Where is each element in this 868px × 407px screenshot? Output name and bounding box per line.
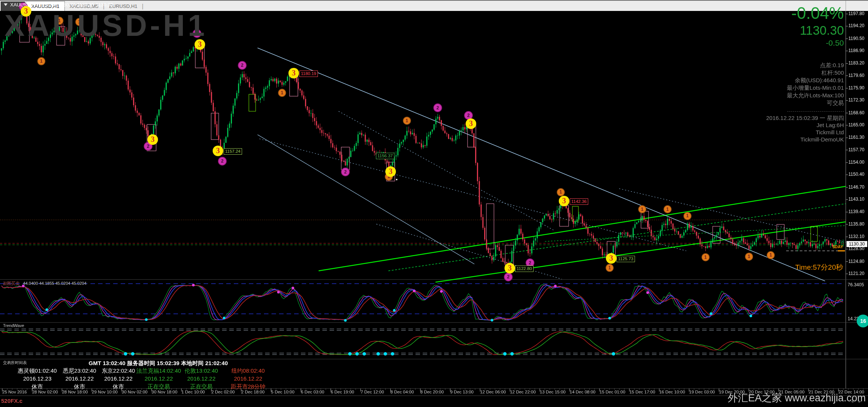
corner-watermark: 520FX.c (1, 398, 23, 404)
time-axis-label: 12 Dec 22:00 (510, 390, 535, 394)
price-axis-label: 1194.20 (848, 23, 865, 28)
time-axis-label: 5 Dec 10:00 (271, 390, 294, 394)
indicator2-label: TrendWave (3, 323, 24, 328)
wave3-marker: 3 (195, 39, 205, 50)
time-axis-label: 19 Dec 03:00 (689, 390, 715, 394)
time-axis-label: 28 Nov 18:00 (62, 390, 87, 394)
wave3-marker: 3 (288, 68, 299, 78)
price-flag-label: 1157.24 (224, 148, 242, 155)
time-axis-label: 8 Dec 20:00 (420, 390, 444, 394)
trading-terminal-window: XAUUSD-H1 XAUUSD,H1 1130.37 1130.71 1130… (0, 0, 868, 407)
time-axis-label: 12 Dec 06:00 (480, 390, 506, 394)
clock-city-time: 法兰克福14:02:40 (136, 367, 182, 375)
info-divider (787, 111, 844, 112)
clock-date: 2016.12.22 (222, 375, 274, 382)
price-axis-label: 1197.80 (848, 11, 865, 16)
time-axis-label: 1 Dec 10:00 (181, 390, 205, 394)
price-axis-label: 1139.40 (848, 209, 865, 214)
price-axis-label: 1154.00 (848, 160, 865, 165)
wave3-marker: 3 (21, 6, 31, 17)
broker-info-line: 2016.12.22 15:02:39 一 星期四 (766, 114, 844, 121)
clock-city-time: 纽约08:02:40 (222, 367, 274, 375)
clock-column: 法兰克福14:02:402016.12.22正在交易 (136, 367, 182, 390)
price-flag-label: 1125.73 (616, 256, 635, 262)
price-flag-label: 1122.80 (515, 266, 534, 272)
time-axis-label: 29 Nov 10:00 (92, 390, 118, 394)
indicator1-label: 副图买卖 44.0400 44.1855 45.0204 45.0204 (3, 281, 86, 286)
window-top-edge (0, 0, 868, 1)
account-info-line: 余额(USD):4640.91 (787, 77, 844, 84)
price-axis-label: 1161.30 (848, 135, 865, 140)
clock-column: 纽约08:02:402016.12.22距开市28分钟 (222, 367, 274, 390)
time-axis-label: 30 Nov 02:00 (122, 390, 147, 394)
price-axis-label: 1165.00 (848, 122, 865, 127)
time-axis-label: 30 Nov 18:00 (152, 390, 177, 394)
price-axis-label: 1150.40 (848, 172, 865, 177)
white-dot-marker (396, 179, 397, 180)
quote-block: -0.04% 1130.30 -0.50 (791, 4, 844, 48)
time-axis-label: 9 Dec 13:00 (450, 390, 474, 394)
chart-canvas[interactable] (0, 0, 868, 407)
price-flag-label: 1180.19 (299, 71, 318, 77)
wave3-marker: 3 (385, 166, 396, 177)
wave3-marker: 3 (559, 196, 569, 206)
chart-title-bar[interactable]: XAUUSD,H1 1130.37 1130.71 1130.25 1130.3… (4, 2, 113, 8)
clock-date: 2016.12.23 (15, 375, 60, 382)
clock-city-time: 惠灵顿01:02:40 (15, 367, 60, 375)
wave3-marker: 3 (505, 263, 515, 273)
clock-city-time: 东京22:02:40 (99, 367, 138, 375)
indicator1-axis-max: 76.3405 (848, 282, 864, 287)
price-axis-label: 1132.10 (848, 234, 865, 239)
clock-column: 悉尼23:02:402016.12.22休市 (60, 367, 99, 390)
account-info-line: 杠杆:500 (787, 69, 844, 77)
price-axis-label: 1183.20 (848, 60, 865, 66)
time-axis-label: 16 Dec 10:00 (659, 390, 685, 394)
price-axis-label: 1186.90 (848, 48, 865, 53)
signal-count-badge[interactable]: 16 (857, 315, 868, 327)
clock-date: 2016.12.22 (136, 375, 182, 382)
clock-status: 休市 (60, 382, 99, 390)
price-axis-label: 1143.10 (848, 197, 865, 202)
time-axis-label: 2 Dec 02:00 (211, 390, 235, 394)
gmt-server-local-times: GMT 13:02:40 服务器时间 15:02:39 本地时间 21:02:4… (89, 360, 228, 367)
account-info-line: 可交易 (787, 99, 844, 107)
symbol-watermark: XAUUSD-H1 (5, 8, 208, 43)
price-axis-label: 1135.80 (848, 221, 865, 227)
price-axis-label: 1175.90 (848, 85, 865, 91)
price-axis-label: 1124.80 (848, 259, 865, 264)
chevron-down-icon[interactable] (4, 3, 8, 6)
account-info-line: 点差:0.19 (787, 61, 844, 69)
price-axis-label: 1168.60 (848, 110, 865, 115)
quote-change: -0.50 (791, 38, 844, 48)
price-flag-label: 1142.36 (570, 198, 588, 205)
wave3-marker: 3 (213, 146, 223, 156)
clock-column: 伦敦13:02:402016.12.22正在交易 (180, 367, 222, 390)
price-axis-label: 1179.60 (848, 73, 865, 78)
account-info-block: 点差:0.19杠杆:500余额(USD):4640.91最小增量Lots-Min… (787, 61, 844, 107)
price-axis-label: 1157.70 (848, 147, 865, 152)
time-axis-label: 6 Dec 19:00 (331, 390, 354, 394)
clock-date: 2016.12.22 (180, 375, 222, 382)
price-axis-label: 1172.30 (848, 97, 865, 103)
time-axis-label: 6 Dec 03:00 (301, 390, 324, 394)
clock-panel-label: 交易所时间表 (3, 360, 27, 366)
wave3-marker: 3 (466, 118, 476, 129)
clock-status: 正在交易 (180, 382, 222, 390)
wave3-marker: 3 (147, 134, 158, 145)
price-flag-label: 1156.37 (376, 153, 394, 159)
candle-countdown: Time:57分20秒 (795, 263, 843, 272)
time-axis-label: 7 Dec 12:00 (360, 390, 384, 394)
broker-info-line: Jet Lag:6H (766, 121, 844, 129)
site-watermark: 外汇EA之家 www.eazhijia.com (728, 391, 866, 405)
broker-info-line: Tickmill-DemoUK (766, 136, 844, 143)
price-axis-label: 1146.70 (848, 184, 865, 190)
time-axis-label: 8 Dec 04:00 (391, 390, 414, 394)
price-axis-label: 1121.20 (848, 271, 865, 276)
clock-column: 东京22:02:402016.12.22休市 (99, 367, 138, 390)
time-axis-label: 13 Dec 15:00 (540, 390, 566, 394)
indicator1-values: 44.0400 44.1855 45.0204 45.0204 (23, 281, 86, 286)
time-axis-label: 2 Dec 18:00 (241, 390, 265, 394)
clock-status: 距开市28分钟 (222, 382, 274, 390)
account-info-line: 最大允许Lots-Max:100 (787, 92, 844, 99)
account-info-line: 最小增量Lots-Min:0.01 (787, 84, 844, 92)
